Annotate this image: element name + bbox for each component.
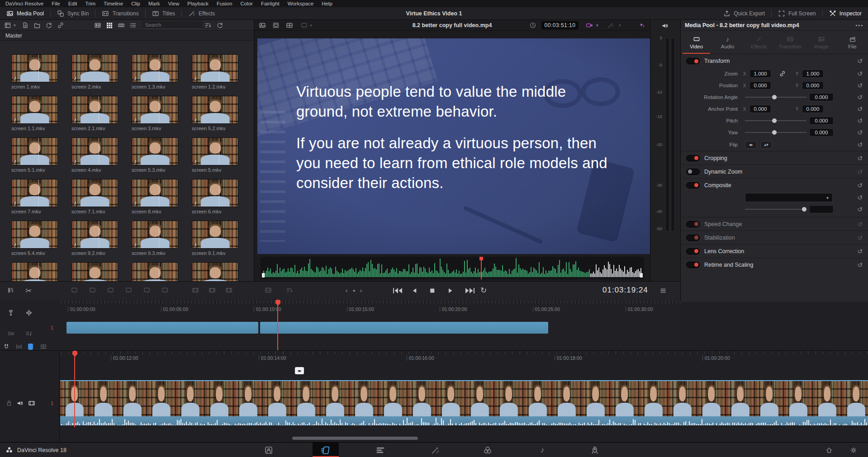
clip-thumbnail[interactable] [494, 381, 523, 416]
audio-sync-icon[interactable] [25, 330, 33, 339]
clip-thumbnail[interactable]: ♪ [192, 262, 238, 281]
yaw-slider[interactable] [745, 129, 806, 136]
menu-item-clip[interactable]: Clip [127, 0, 144, 7]
media-pool-item[interactable]: ♪ screen 4.mkv [71, 137, 118, 174]
menu-item-color[interactable]: Color [236, 0, 256, 7]
flip-horizontal-button[interactable]: ◂▸ [745, 141, 757, 149]
media-pool-item[interactable]: ♪ screen 3.mkv [132, 96, 178, 132]
reset-icon[interactable]: ↺ [857, 141, 863, 148]
clip-thumbnail[interactable]: ♪ [11, 221, 58, 249]
overview-clip-segment[interactable] [66, 322, 258, 334]
scrubber-position-marker[interactable] [481, 257, 482, 279]
media-pool-item[interactable]: ♪ screen 8.mkv [132, 179, 178, 215]
skip-forward-button[interactable] [465, 287, 475, 294]
enhance-icon[interactable] [638, 22, 645, 29]
clip-thumbnail[interactable] [784, 381, 813, 416]
timeline-clip[interactable] [60, 380, 868, 425]
reset-icon[interactable]: ↺ [857, 194, 863, 201]
media-pool-item[interactable]: ♪ screen 5.3.mkv [132, 137, 178, 174]
flip-vertical-button[interactable]: ▴▾ [760, 141, 772, 149]
opacity-field[interactable] [809, 205, 834, 213]
page-edit-button[interactable] [367, 443, 394, 457]
reset-icon[interactable]: ↺ [857, 235, 863, 241]
tab-audio[interactable]: ♪ Audio [712, 31, 743, 54]
anchor-x-field[interactable]: 0.000 [749, 105, 771, 113]
clip-thumbnail[interactable] [263, 381, 292, 416]
audio-scrubber-waveform[interactable] [261, 257, 644, 279]
clip-thumbnail[interactable] [292, 381, 321, 416]
menu-item-fairlight[interactable]: Fairlight [257, 0, 284, 7]
clip-thumbnail[interactable] [581, 381, 610, 416]
clip-thumbnail[interactable] [408, 381, 436, 416]
clip-thumbnail[interactable]: ♪ [192, 54, 238, 82]
media-pool-item[interactable]: ♪ screen 5.1.mkv [11, 137, 58, 174]
safe-area-icon[interactable] [272, 22, 280, 29]
menu-item-fusion[interactable]: Fusion [213, 0, 237, 7]
clip-thumbnail[interactable]: ♪ [192, 179, 238, 207]
menu-item-trim[interactable]: Trim [81, 0, 100, 7]
rotation-slider[interactable] [745, 94, 806, 100]
tab-image[interactable]: Image [806, 31, 837, 54]
clip-thumbnail[interactable]: ♪ [71, 96, 118, 124]
clip-thumbnail[interactable] [755, 381, 784, 416]
marker-icon[interactable] [28, 344, 33, 350]
camera-source-icon[interactable] [586, 22, 593, 29]
insert-play-icon[interactable] [265, 287, 272, 294]
clock-icon[interactable] [529, 22, 536, 29]
clip-thumbnail[interactable] [552, 381, 581, 416]
section-toggle[interactable] [686, 182, 700, 188]
reset-icon[interactable]: ↺ [857, 71, 863, 77]
import-media-icon[interactable] [22, 22, 29, 29]
media-pool-item[interactable]: ♪ screen 1.2.mkv [192, 54, 238, 90]
transform-toggle[interactable] [686, 58, 700, 64]
menu-item-file[interactable]: File [47, 0, 64, 7]
section-toggle[interactable] [686, 262, 700, 268]
clip-thumbnail[interactable] [89, 381, 118, 416]
menu-item-edit[interactable]: Edit [64, 0, 81, 7]
davinci-logo[interactable] [5, 446, 13, 454]
media-pool-item[interactable]: ♪ screen 2.mkv [71, 54, 118, 90]
page-color-button[interactable] [474, 443, 501, 457]
clip-thumbnail[interactable] [234, 381, 263, 416]
trim-out-icon[interactable]: › [360, 287, 362, 294]
media-pool-item[interactable]: ♪ screen 9.1.mkv [192, 221, 238, 257]
source-timecode[interactable]: 00:03:51:10 [541, 21, 579, 29]
clip-thumbnail[interactable] [118, 381, 147, 416]
section-toggle[interactable] [686, 221, 700, 227]
media-pool-item-partial[interactable]: ♪ [132, 262, 178, 281]
viewer-mode-icon[interactable] [300, 22, 308, 28]
record-dot-icon[interactable]: ● [353, 288, 355, 293]
edit-mode-smart-insert-icon[interactable] [71, 287, 78, 293]
media-pool-item[interactable]: ♪ screen 5.4.mkv [11, 221, 58, 257]
import-folder-icon[interactable] [33, 22, 41, 29]
clip-thumbnail[interactable] [436, 381, 465, 416]
menu-item-timeline[interactable]: Timeline [100, 0, 127, 7]
reset-icon[interactable]: ↺ [857, 129, 863, 136]
clip-thumbnail[interactable]: ♪ [11, 262, 58, 281]
page-fusion-button[interactable] [422, 443, 448, 457]
timeline-scrollbar[interactable] [292, 437, 418, 440]
chevron-down-icon[interactable]: ▾ [14, 23, 16, 28]
toolbar-button-sync-bin[interactable]: Sync Bin [51, 7, 95, 19]
clip-thumbnail[interactable]: ♪ [11, 137, 58, 165]
media-pool-item[interactable]: ♪ screen 9.3.mkv [132, 221, 178, 257]
page-media-button[interactable] [256, 443, 282, 457]
menu-item-workspace[interactable]: Workspace [284, 0, 318, 7]
settings-gear-button[interactable] [842, 443, 865, 457]
reset-icon[interactable]: ↺ [857, 262, 863, 268]
lock-icon[interactable] [5, 400, 13, 409]
sync-refresh-icon[interactable] [216, 22, 223, 29]
reset-icon[interactable]: ↺ [857, 182, 863, 188]
gallery-view-icon[interactable] [259, 22, 266, 29]
mute-speaker-icon[interactable] [16, 400, 24, 409]
tab-transition[interactable]: Transition [774, 31, 806, 54]
clip-thumbnail[interactable]: ♪ [132, 96, 178, 124]
timeline-timecode[interactable]: 01:03:19:24 [602, 286, 648, 295]
toolbar-button-transitions[interactable]: Transitions [95, 7, 145, 19]
rotation-field[interactable]: 0.000 [809, 93, 834, 101]
page-cut-button[interactable] [313, 443, 339, 457]
media-pool-item[interactable]: ♪ screen 1.1.mkv [11, 96, 58, 132]
detail-playhead[interactable] [74, 356, 75, 427]
clip-thumbnail[interactable]: ♪ [132, 137, 178, 165]
video-preview[interactable]: Virtuous people tend to value the middle… [257, 38, 650, 254]
